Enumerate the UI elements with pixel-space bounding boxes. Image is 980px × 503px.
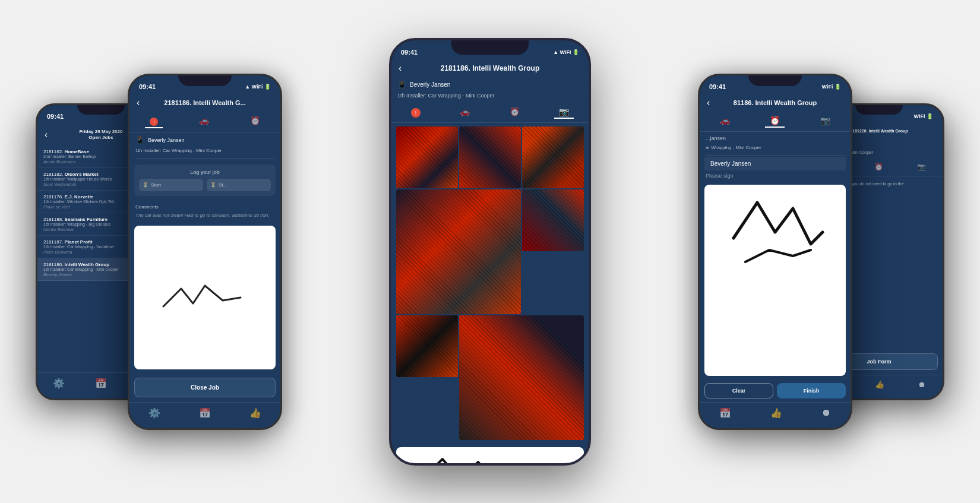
notch-1 (77, 105, 125, 115)
signature-svg-2 (139, 277, 271, 318)
user-icon-3: 📱 (397, 81, 406, 89)
user-row-3: 📱 Beverly Jansen (391, 77, 589, 93)
notch-5 (855, 105, 903, 115)
record-icon-5[interactable]: ⏺ (918, 380, 926, 389)
start-btn-2[interactable]: ⏳ Start (139, 179, 203, 191)
calendar-icon-4[interactable]: 📅 (719, 407, 731, 419)
sig-area-2 (134, 226, 276, 369)
tab-clock-4[interactable]: ⏰ (765, 115, 785, 128)
nav-title-2: 2181186. Intelli Wealth G... (164, 99, 245, 106)
log-section-2: Log your job ⏳ Start ⏳ St... (134, 164, 276, 196)
tab-bar-3: ! 🚗 ⏰ 📷 (391, 102, 589, 123)
please-sign-label-4: Please sign (700, 170, 851, 181)
time-2: 09:41 (139, 83, 156, 90)
tab-bar-2: ! 🚗 ⏰ (129, 111, 280, 133)
back-btn-1[interactable]: ‹ (45, 129, 48, 140)
photo-0[interactable] (396, 126, 458, 188)
back-btn-4[interactable]: ‹ (707, 97, 710, 108)
back-btn-3[interactable]: ‹ (399, 63, 402, 74)
comments-label-2: Comments (135, 204, 274, 210)
tab-camera-4[interactable]: 📷 (815, 115, 835, 128)
user-icon-2: 📱 (135, 136, 144, 144)
calendar-icon-2[interactable]: 📅 (199, 407, 211, 419)
nav-header-2: ‹ 2181186. Intelli Wealth G... (129, 94, 280, 111)
time-4: 09:41 (709, 83, 726, 90)
status-icons-4: WiFi 🔋 (822, 84, 841, 90)
user-row-4: ...jansen (700, 132, 851, 145)
time-3: 09:41 (401, 49, 418, 56)
tab-clock-3[interactable]: ⏰ (505, 106, 524, 119)
calendar-icon-1[interactable]: 📅 (95, 378, 107, 389)
sig-name-4: Beverly Jansen (704, 157, 846, 170)
close-job-btn-2[interactable]: Close Job (134, 378, 276, 397)
notch-4 (748, 75, 802, 86)
tab-camera-5[interactable]: 📷 (912, 162, 931, 172)
photo-1[interactable] (459, 126, 521, 188)
settings-icon-2[interactable]: ⚙️ (148, 407, 160, 419)
photo-grid-3 (396, 126, 584, 440)
tab-clock-2[interactable]: ⏰ (245, 115, 265, 129)
phone-3: 09:41 ▲ WiFi 🔋 ‹ 2181186. Intelli Wealth… (389, 38, 591, 466)
job-subtitle-2: 1th Installer: Car Wrapping - Mini Coope… (129, 148, 280, 157)
sig-drawing-4 (704, 185, 846, 292)
nav-title-4: 81186. Intelli Wealth Group (734, 99, 817, 106)
status-icons-2: ▲ WiFi 🔋 (245, 84, 271, 90)
nav-header-4: ‹ 81186. Intelli Wealth Group (700, 94, 851, 111)
tab-car-3[interactable]: 🚗 (455, 106, 475, 119)
status-icons-5: WiFi 🔋 (914, 113, 933, 119)
signature-draw-3 (402, 450, 578, 463)
scene: 09:41 ▲ WiFi 🔋 ‹ Friday 29 May 2020 Open… (0, 0, 980, 503)
tab-alert-3[interactable]: ! (406, 106, 425, 119)
tab-car-2[interactable]: 🚗 (194, 115, 214, 129)
notch-3 (451, 40, 529, 55)
settings-icon-1[interactable]: ⚙️ (53, 378, 65, 389)
status-icons-3: ▲ WiFi 🔋 (553, 49, 579, 55)
like-icon-2[interactable]: 👍 (249, 407, 261, 419)
comments-text-2: The car was not clean! Had to go to carw… (135, 212, 274, 219)
tab-alert-2[interactable]: ! (145, 115, 163, 129)
phone-4: 09:41 WiFi 🔋 ‹ 81186. Intelli Wealth Gro… (698, 74, 852, 430)
tab-car-4[interactable]: 🚗 (715, 115, 735, 128)
nav-title-5: 2181226. Intelli Wealth Group (850, 129, 908, 133)
comments-section-2: Comments The car was not clean! Had to g… (129, 201, 280, 222)
hourglass-icon-2b: ⏳ (210, 182, 216, 188)
log-title-2: Log your job (139, 169, 271, 175)
like-icon-4[interactable]: 👍 (770, 407, 782, 419)
photo-2[interactable] (522, 126, 584, 188)
notch-2 (178, 75, 232, 86)
stop-btn-2[interactable]: ⏳ St... (207, 179, 271, 191)
job-subtitle-3: 1th Installer: Car Wrapping - Mini Coope… (391, 93, 589, 102)
phone-2: 09:41 ▲ WiFi 🔋 ‹ 2181186. Intelli Wealth… (128, 74, 282, 430)
photo-6[interactable] (459, 315, 584, 440)
photo-5[interactable] (396, 315, 458, 377)
nav-title-3: 2181186. Intelli Wealth Group (441, 64, 540, 72)
job-sub-4: ar Wrapping - Mini Cooper (700, 145, 851, 154)
user-name-2: Beverly Jansen (148, 137, 185, 143)
timer-row-2: ⏳ Start ⏳ St... (139, 179, 271, 191)
tab-camera-3[interactable]: 📷 (554, 106, 574, 119)
tab-bar-4: 🚗 ⏰ 📷 (700, 111, 851, 132)
photo-3[interactable] (396, 189, 521, 314)
back-btn-2[interactable]: ‹ (137, 97, 140, 108)
user-row-2: 📱 Beverly Jansen (129, 132, 280, 148)
signature-box-3[interactable] (396, 447, 584, 463)
finish-btn-4[interactable]: Finish (777, 383, 846, 398)
nav-title-1: Friday 29 May 2020 Open Jobs (80, 129, 123, 141)
bottom-tabs-2: ⚙️ 📅 👍 (129, 402, 280, 428)
clear-finish-row-4: Clear Finish (700, 379, 851, 402)
tab-clock-5[interactable]: ⏰ (870, 162, 888, 172)
user-partial-4: ...jansen (706, 135, 726, 141)
sig-box-4[interactable] (704, 185, 846, 376)
user-name-3: Beverly Jansen (410, 81, 450, 88)
photo-4[interactable] (522, 189, 584, 251)
record-icon-4[interactable]: ⏺ (821, 407, 831, 419)
time-1: 09:41 (47, 113, 64, 120)
clear-btn-4[interactable]: Clear (704, 383, 773, 398)
hourglass-icon-2: ⏳ (143, 182, 148, 188)
like-icon-5[interactable]: 👍 (875, 380, 884, 389)
bottom-tabs-4: 📅 👍 ⏺ (700, 402, 851, 428)
nav-header-3: ‹ 2181186. Intelli Wealth Group (391, 59, 589, 77)
